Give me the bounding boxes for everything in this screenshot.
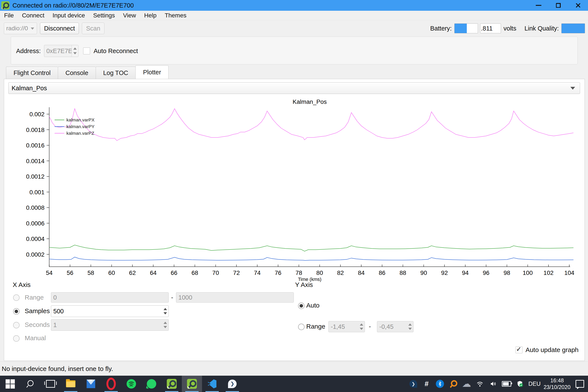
address-label: Address: <box>16 48 40 54</box>
taskbar-search-button[interactable] <box>20 376 40 392</box>
auto-update-graph-checkbox[interactable] <box>516 346 522 353</box>
scan-button[interactable]: Scan <box>82 22 104 34</box>
speech-bubble-arrow-icon <box>228 380 236 388</box>
windows-taskbar: # ☁ <box>0 376 588 392</box>
x-seconds-spinbox[interactable]: 1 <box>51 319 169 331</box>
tab-plotter[interactable]: Plotter <box>136 65 168 79</box>
task-view-button[interactable] <box>40 376 60 392</box>
tray-cfclient[interactable] <box>446 376 460 392</box>
wifi-icon <box>476 380 484 387</box>
log-config-selector[interactable]: Kalman_Pos <box>8 82 580 94</box>
spinner-arrows[interactable] <box>162 319 168 330</box>
taskbar-whatsapp[interactable] <box>142 376 162 392</box>
opera-icon <box>106 378 116 390</box>
x-tick-label: 54 <box>46 270 52 276</box>
menu-settings[interactable]: Settings <box>89 12 119 19</box>
x-seconds-radio[interactable] <box>13 322 20 328</box>
system-tray: # ☁ <box>406 376 588 392</box>
mail-icon <box>86 380 95 388</box>
x-range-to-input[interactable]: 1000 <box>176 292 294 302</box>
legend-label: kalman.varPZ <box>66 131 94 136</box>
window-titlebar[interactable]: Connected on radio://0/80/2M/E7E7E7E700 <box>0 0 588 11</box>
tray-clock[interactable]: 16:48 23/10/2020 <box>542 376 572 392</box>
spinner-arrows[interactable] <box>407 321 413 332</box>
menu-file[interactable]: File <box>0 12 18 19</box>
menu-connect[interactable]: Connect <box>18 12 48 19</box>
x-tick-label: 58 <box>88 270 94 276</box>
menu-help[interactable]: Help <box>140 12 161 19</box>
plot-canvas[interactable]: Kalman_PosTime (kms)0.0020.00180.00160.0… <box>7 97 578 286</box>
x-tick-label: 78 <box>296 270 302 276</box>
x-manual-radio[interactable] <box>13 335 20 342</box>
window-title: Connected on radio://0/80/2M/E7E7E7E700 <box>12 2 134 9</box>
windows-start-icon <box>6 379 15 388</box>
x-samples-spinbox[interactable]: 500 <box>51 306 169 317</box>
tab-console[interactable]: Console <box>58 66 96 79</box>
tray-bluetooth[interactable] <box>433 376 446 392</box>
y-range-to-spinbox[interactable]: -0,45 <box>377 321 414 332</box>
close-button[interactable] <box>568 0 588 11</box>
x-range-radio[interactable] <box>13 294 20 301</box>
action-center-icon <box>576 380 584 388</box>
spinner-arrows[interactable] <box>162 306 168 317</box>
address-spinbox[interactable]: 0xE7E7E7E700 <box>44 45 78 57</box>
taskbar-app[interactable] <box>222 376 242 392</box>
disconnect-button[interactable]: Disconnect <box>40 22 79 34</box>
tab-flight-control[interactable]: Flight Control <box>6 66 58 79</box>
y-tick-label: 0.0006 <box>26 220 44 227</box>
hidden-icons-chevron-icon <box>410 380 417 388</box>
taskbar-cfclient[interactable] <box>162 376 182 392</box>
y-tick-label: 0.0002 <box>26 251 44 258</box>
range-separator: - <box>369 323 371 330</box>
action-center-button[interactable] <box>572 376 588 392</box>
tray-battery[interactable] <box>500 376 513 392</box>
interface-selector[interactable]: radio://0 <box>4 22 37 34</box>
restore-button[interactable] <box>548 0 568 11</box>
minimize-button[interactable] <box>529 0 548 11</box>
menu-view[interactable]: View <box>119 12 140 19</box>
x-tick-label: 96 <box>483 270 489 276</box>
taskbar-spotify[interactable] <box>121 376 142 392</box>
tray-security[interactable] <box>513 376 526 392</box>
tray-wifi[interactable] <box>473 376 486 392</box>
auto-reconnect-checkbox[interactable] <box>83 48 90 54</box>
taskbar-cfclient-active[interactable] <box>182 376 202 392</box>
taskbar-file-explorer[interactable] <box>60 376 81 392</box>
y-range-label: Range <box>306 323 325 330</box>
taskbar-opera[interactable] <box>101 376 121 392</box>
taskbar-vscode[interactable] <box>202 376 222 392</box>
tray-language[interactable]: DEU <box>526 376 542 392</box>
spinner-arrows[interactable] <box>358 321 365 332</box>
x-samples-radio[interactable] <box>13 308 20 315</box>
y-range-from-spinbox[interactable]: -1,45 <box>328 321 365 332</box>
taskbar-mail[interactable] <box>81 376 101 392</box>
chart-title: Kalman_Pos <box>293 98 327 105</box>
menu-input-device[interactable]: Input device <box>48 12 89 19</box>
status-message: No input-device found, insert one to fly… <box>2 365 113 372</box>
y-tick-label: 0.0018 <box>26 126 44 133</box>
x-tick-label: 74 <box>254 270 260 276</box>
hidden-icons-button[interactable] <box>406 376 420 392</box>
tray-slack[interactable]: # <box>420 376 433 392</box>
tab-log-toc[interactable]: Log TOC <box>96 66 136 79</box>
y-tick-label: 0.0008 <box>26 204 44 211</box>
x-range-label: Range <box>25 294 44 301</box>
legend-label: kalman.varPX <box>66 117 94 122</box>
x-range-from-input[interactable]: 0 <box>51 292 169 302</box>
tray-onedrive[interactable]: ☁ <box>460 376 473 392</box>
menu-themes[interactable]: Themes <box>160 12 190 19</box>
battery-progressbar <box>454 24 478 33</box>
x-tick-label: 66 <box>171 270 177 276</box>
slack-icon: # <box>425 380 428 388</box>
y-tick-label: 0.001 <box>30 189 44 196</box>
y-auto-radio[interactable] <box>298 302 304 309</box>
y-range-radio[interactable] <box>298 324 304 330</box>
connection-toolbar: radio://0 Disconnect Scan Battery: .811 … <box>0 20 588 36</box>
spinner-arrows[interactable] <box>72 45 78 57</box>
tray-volume[interactable] <box>486 376 500 392</box>
series-kalman.varPX <box>49 245 574 251</box>
x-tick-label: 60 <box>108 270 115 276</box>
auto-reconnect-label: Auto Reconnect <box>94 48 138 54</box>
start-button[interactable] <box>0 376 20 392</box>
series-kalman.varPZ <box>49 109 574 141</box>
